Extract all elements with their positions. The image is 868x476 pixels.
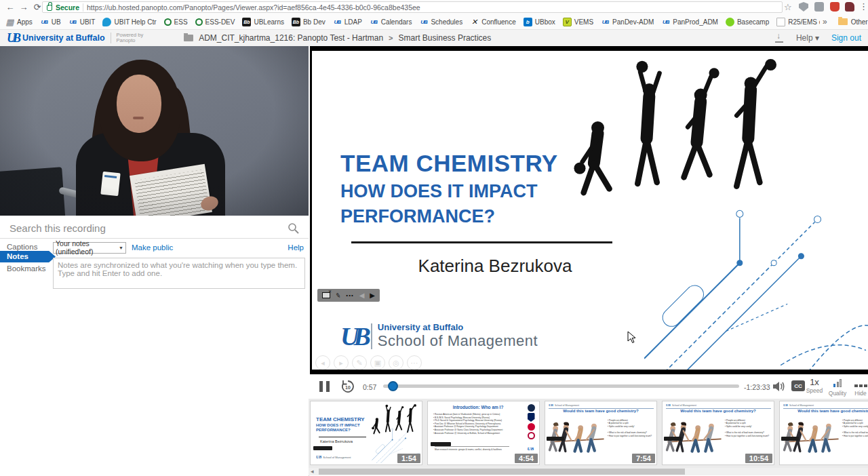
bookmark-item[interactable]: R25/EMS on RDS bbox=[774, 16, 820, 28]
slide-divider-rule bbox=[351, 241, 612, 243]
bookmark-item[interactable]: UBIT Help Ctr bbox=[100, 16, 159, 28]
monitor-x-icon[interactable] bbox=[322, 292, 330, 298]
zoom-button[interactable]: ◎ bbox=[389, 355, 403, 370]
next-slide-button[interactable]: ▸ bbox=[334, 355, 349, 370]
slide-subtitle-line1: HOW DOES IT IMPACT bbox=[340, 181, 538, 202]
blackboard-favicon bbox=[292, 18, 300, 26]
remaining-time: -1:23:33 bbox=[744, 383, 770, 391]
bookmark-item[interactable]: UB bbox=[37, 16, 64, 28]
mini-bullet-list: Russian American (born in Vladivostok (S… bbox=[433, 413, 513, 435]
filmstrip-scrollbar[interactable]: ◂ bbox=[309, 468, 868, 475]
bookmark-item[interactable]: LDAP bbox=[330, 16, 365, 28]
university-logos-column bbox=[526, 404, 536, 448]
bookmark-item[interactable]: Apps bbox=[3, 16, 35, 28]
slide-thumbnail-2[interactable]: Introduction: Who am I? Russian American… bbox=[427, 401, 540, 465]
progress-thumb[interactable] bbox=[388, 381, 398, 391]
bookmarks-bar: Apps UB UBIT UBIT Help Ctr ESS ESS-DEV U… bbox=[0, 14, 868, 30]
breadcrumb-separator: > bbox=[389, 34, 393, 42]
other-bookmarks-button[interactable]: Other bookmarks bbox=[838, 18, 868, 26]
slide-thumbnail-4[interactable]: UBSchool of Management Would this team h… bbox=[662, 401, 774, 465]
sidebar: Captions Notes Bookmarks Your notes (uni… bbox=[0, 216, 309, 476]
volume-icon[interactable] bbox=[772, 381, 786, 392]
ub-logo[interactable]: UB bbox=[7, 31, 18, 45]
bookmark-item[interactable]: Confluence bbox=[467, 16, 519, 28]
next-slide-icon[interactable]: ▶ bbox=[370, 292, 375, 299]
bookmark-item[interactable]: UBbox bbox=[521, 16, 558, 28]
more-options-icon[interactable]: ••• bbox=[346, 292, 353, 298]
breadcrumb-folder[interactable]: ADM_CIT_kjhartma_1216: Panopto Test - Ha… bbox=[199, 33, 383, 43]
help-menu[interactable]: Help ▾ bbox=[796, 33, 819, 43]
slide-thumbnail-1[interactable]: TEAM CHEMISTRY HOW DOES IT IMPACT PERFOR… bbox=[310, 401, 422, 465]
previous-slide-icon[interactable]: ◀ bbox=[359, 292, 365, 299]
bookmark-star-icon[interactable]: ☆ bbox=[784, 2, 792, 12]
sign-out-link[interactable]: Sign out bbox=[831, 33, 861, 43]
browser-menu-icon[interactable]: ⋮ bbox=[859, 1, 868, 12]
notes-input[interactable] bbox=[53, 258, 305, 289]
bookmark-item[interactable]: PanProd_ADM bbox=[658, 16, 721, 28]
extension-shield-icon[interactable] bbox=[799, 2, 808, 12]
draw-button[interactable]: ✎ bbox=[352, 355, 367, 370]
notes-channel-select[interactable]: Your notes (unified\eof) ▼ bbox=[53, 242, 126, 254]
folder-icon bbox=[838, 18, 848, 25]
bookmark-item[interactable]: Bb Dev bbox=[289, 16, 328, 28]
tab-captions[interactable]: Captions bbox=[7, 243, 37, 251]
basketball-players-illustration bbox=[570, 59, 787, 207]
breadcrumb-current: Smart Business Practices bbox=[399, 33, 492, 43]
url-input[interactable] bbox=[87, 3, 778, 12]
bookmark-item[interactable]: Basecamp bbox=[723, 16, 772, 28]
player-controls: 10 0:57 -1:23:33 CC 1x Speed Quality Hid… bbox=[309, 374, 868, 399]
rewind-10-button[interactable]: 10 bbox=[341, 380, 355, 393]
address-bar[interactable]: Secure bbox=[42, 1, 783, 13]
notes-box bbox=[53, 258, 305, 289]
omnibox-divider bbox=[83, 3, 83, 12]
presentation-toolbar: ✎ ••• ◀ ▶ bbox=[317, 289, 380, 302]
vems-favicon bbox=[563, 18, 572, 26]
back-button[interactable]: ← bbox=[4, 1, 16, 13]
header-divider bbox=[111, 33, 111, 43]
hide-filmstrip-button[interactable]: Hide bbox=[847, 378, 868, 397]
bookmarks-overflow-chevron[interactable]: » bbox=[823, 17, 827, 26]
slide-title: TEAM CHEMISTRY bbox=[340, 150, 558, 177]
bookmark-item[interactable]: UBIT bbox=[66, 16, 98, 28]
caption-overlay bbox=[664, 437, 682, 441]
pen-icon[interactable]: ✎ bbox=[335, 292, 341, 299]
progress-bar[interactable] bbox=[383, 384, 739, 388]
presenter-video[interactable] bbox=[0, 46, 309, 216]
slide[interactable]: TEAM CHEMISTRY HOW DOES IT IMPACT PERFOR… bbox=[312, 51, 868, 370]
extension-evernote-icon[interactable] bbox=[845, 2, 854, 12]
make-public-link[interactable]: Make public bbox=[132, 243, 173, 252]
pause-button[interactable] bbox=[319, 381, 330, 392]
caption-overlay bbox=[781, 437, 799, 441]
copy-slide-button[interactable]: ▣ bbox=[370, 355, 385, 370]
slide-subtitle-line2: PERFORMANCE? bbox=[340, 206, 495, 227]
bookmark-item[interactable]: UBLearns bbox=[239, 16, 286, 28]
extension-square-icon[interactable] bbox=[814, 2, 824, 12]
slide-thumbnail-3[interactable]: UBSchool of Management Would this team h… bbox=[545, 401, 657, 465]
more-button[interactable]: ⋯ bbox=[407, 355, 422, 370]
thumbnail-timestamp: 1:54 bbox=[397, 454, 420, 463]
search-icon[interactable] bbox=[288, 222, 299, 234]
bookmark-item[interactable]: PanDev-ADM bbox=[598, 16, 656, 28]
tab-bookmarks[interactable]: Bookmarks bbox=[7, 264, 46, 273]
scroll-left-arrow[interactable]: ◂ bbox=[311, 468, 314, 475]
scrollbar-thumb[interactable] bbox=[319, 469, 685, 475]
bookmark-item[interactable]: Calendars bbox=[367, 16, 415, 28]
slide-thumbnail-5[interactable]: UBSchool of Management Would this team h… bbox=[779, 401, 868, 465]
search-input[interactable] bbox=[9, 222, 288, 234]
prev-slide-button[interactable]: ◂ bbox=[315, 355, 330, 370]
ub-favicon bbox=[68, 18, 77, 26]
bookmark-item[interactable]: ESS-DEV bbox=[193, 17, 238, 27]
notes-help-link[interactable]: Help bbox=[288, 243, 304, 252]
extension-pocket-icon[interactable] bbox=[830, 2, 840, 12]
quality-bars-icon bbox=[833, 379, 842, 387]
bookmark-item[interactable]: Schedules bbox=[416, 16, 465, 28]
search-row bbox=[0, 218, 309, 239]
tab-notes[interactable]: Notes bbox=[0, 251, 56, 262]
page-favicon bbox=[776, 18, 785, 26]
mini-rule bbox=[319, 437, 366, 437]
apps-grid-icon bbox=[5, 18, 14, 26]
forward-button[interactable]: → bbox=[18, 1, 30, 13]
bookmark-item[interactable]: VEMS bbox=[560, 16, 596, 28]
bookmark-item[interactable]: ESS bbox=[161, 17, 191, 27]
download-icon[interactable] bbox=[774, 33, 784, 43]
